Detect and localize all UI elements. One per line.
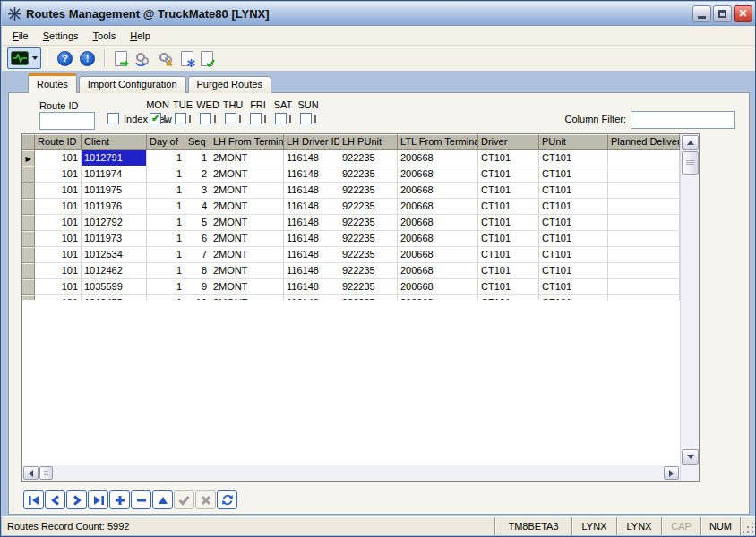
horizontal-scroll-track[interactable] — [53, 465, 663, 481]
menu-file[interactable]: File — [5, 28, 36, 44]
column-header-seq[interactable]: Seq — [185, 134, 210, 150]
grid-cell[interactable]: 116148 — [284, 279, 339, 295]
grid-cell[interactable]: 101 — [35, 247, 82, 263]
grid-cell[interactable]: 2MONT — [210, 279, 284, 295]
nav-refresh-button[interactable] — [217, 490, 237, 509]
grid-cell[interactable]: 3 — [185, 183, 210, 199]
nav-first-button[interactable] — [23, 490, 44, 509]
column-header-lh-from-terminal[interactable]: LH From Terminal — [210, 134, 284, 150]
grid-cell[interactable]: CT101 — [539, 166, 608, 183]
grid-cell[interactable] — [608, 215, 680, 231]
grid-cell[interactable] — [608, 150, 680, 166]
day-checkbox-thu[interactable] — [225, 113, 236, 124]
grid-cell[interactable]: CT101 — [539, 279, 608, 295]
grid-cell[interactable]: 200668 — [398, 247, 478, 263]
grid-cell[interactable]: 2MONT — [210, 150, 284, 166]
grid-cell[interactable] — [608, 263, 680, 279]
configuration-button[interactable] — [154, 47, 177, 69]
grid-cell[interactable]: 101 — [35, 215, 82, 231]
grid-cell[interactable]: 1 — [147, 231, 185, 247]
app-menu-button[interactable] — [7, 47, 41, 69]
day-checkbox-sun[interactable] — [300, 113, 312, 124]
grid-cell[interactable] — [608, 231, 680, 247]
grid-cell[interactable]: 200668 — [398, 231, 478, 247]
grid-cell[interactable]: 101 — [35, 279, 82, 295]
grid-cell[interactable]: CT101 — [539, 263, 608, 279]
grid-cell[interactable]: CT101 — [539, 231, 608, 247]
column-filter-input[interactable] — [631, 111, 735, 129]
grid-cell[interactable]: 200668 — [398, 199, 478, 215]
grid-cell[interactable]: 116148 — [284, 231, 339, 247]
grid-cell[interactable]: 922235 — [339, 215, 398, 231]
row-indicator[interactable] — [22, 247, 35, 263]
grid-cell[interactable]: 922235 — [339, 279, 398, 295]
grid-cell[interactable]: 4 — [185, 199, 210, 215]
column-header-planned-delivery[interactable]: Planned Delivery — [608, 134, 680, 150]
grid-cell[interactable]: 6 — [185, 231, 210, 247]
grid-cell[interactable]: CT101 — [539, 199, 608, 215]
grid-cell[interactable]: CT101 — [478, 263, 539, 279]
validate-button[interactable] — [197, 47, 217, 69]
horizontal-scroll-thumb[interactable] — [39, 466, 53, 480]
grid-cell[interactable]: 2MONT — [210, 215, 284, 231]
grid-cell[interactable]: 1012462 — [82, 263, 147, 279]
day-checkbox-tue[interactable] — [175, 113, 186, 124]
column-header-client[interactable]: Client — [82, 134, 147, 150]
row-indicator[interactable] — [22, 279, 35, 295]
resize-grip[interactable] — [740, 517, 756, 535]
grid-cell[interactable]: 116148 — [284, 183, 339, 199]
row-indicator[interactable] — [22, 231, 35, 247]
grid-cell[interactable]: 1 — [185, 150, 210, 166]
column-header-day-of[interactable]: Day of — [147, 134, 185, 150]
grid-cell[interactable]: 200668 — [398, 263, 478, 279]
scroll-up-button[interactable] — [682, 135, 699, 150]
grid-cell[interactable]: 116148 — [284, 199, 339, 215]
grid-cell[interactable]: 101 — [35, 166, 82, 183]
route-id-input[interactable] — [39, 112, 95, 130]
import-button[interactable] — [111, 47, 131, 69]
grid-cell[interactable]: 1011975 — [82, 183, 147, 199]
grid-cell[interactable] — [608, 279, 680, 295]
day-checkbox-mon[interactable]: ✔ — [150, 113, 161, 124]
scroll-left-button[interactable] — [23, 466, 39, 480]
grid-cell[interactable]: 101 — [35, 231, 82, 247]
grid-cell[interactable]: 1 — [147, 183, 185, 199]
grid-cell[interactable] — [608, 183, 680, 199]
grid-cell[interactable]: CT101 — [539, 183, 608, 199]
grid-cell[interactable]: 8 — [185, 263, 210, 279]
column-header-punit[interactable]: PUnit — [539, 134, 608, 150]
grid-cell[interactable]: CT101 — [478, 183, 539, 199]
grid-cell[interactable]: 116148 — [284, 150, 339, 166]
grid-cell[interactable]: 2MONT — [210, 263, 284, 279]
menu-help[interactable]: Help — [123, 28, 158, 44]
column-header-lh-driver-id[interactable]: LH Driver ID — [284, 134, 339, 150]
grid-cell[interactable]: 2MONT — [210, 183, 284, 199]
notes-button[interactable] — [177, 47, 197, 69]
grid-cell[interactable]: 1035599 — [82, 279, 147, 295]
grid-cell[interactable]: 2MONT — [210, 231, 284, 247]
about-button[interactable]: ! — [76, 47, 99, 69]
grid-cell[interactable]: 922235 — [339, 166, 398, 183]
scroll-right-button[interactable] — [664, 466, 679, 480]
tab-routes[interactable]: Routes — [28, 73, 77, 93]
column-header-route-id[interactable]: Route ID — [35, 134, 82, 150]
day-checkbox-fri[interactable] — [250, 113, 262, 124]
minimize-button[interactable] — [692, 5, 711, 22]
help-button[interactable]: ? — [54, 47, 76, 69]
grid-cell[interactable]: 116148 — [284, 215, 339, 231]
sync-settings-button[interactable] — [131, 47, 154, 69]
grid-cell[interactable]: 101 — [35, 183, 82, 199]
grid-cell[interactable]: 200668 — [398, 183, 478, 199]
grid-cell[interactable]: CT101 — [539, 247, 608, 263]
nav-prior-button[interactable] — [45, 490, 65, 509]
day-checkbox-sat[interactable] — [275, 113, 287, 124]
day-checkbox-wed[interactable] — [200, 113, 211, 124]
grid-cell[interactable]: 1012792 — [82, 215, 147, 231]
grid-cell[interactable]: 922235 — [339, 247, 398, 263]
column-header-ltl-from-terminal[interactable]: LTL From Terminal — [398, 134, 478, 150]
grid-cell[interactable]: 1 — [147, 247, 185, 263]
grid-cell[interactable]: 101 — [35, 199, 82, 215]
grid-cell[interactable]: 922235 — [339, 150, 398, 166]
grid-cell[interactable]: 116148 — [284, 263, 339, 279]
grid-cell[interactable]: 1 — [147, 150, 185, 166]
